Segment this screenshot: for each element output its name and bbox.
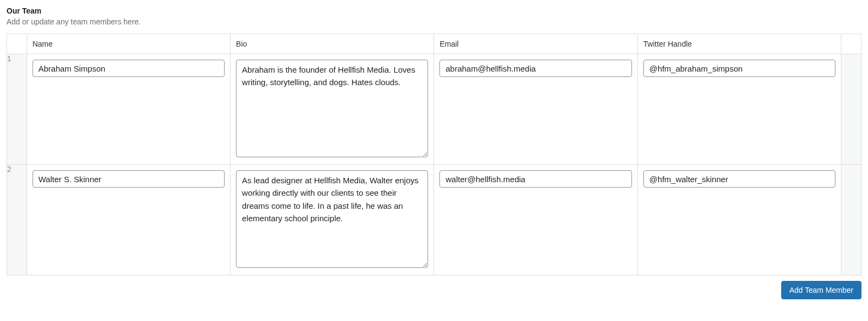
header-email: Email [434,34,637,54]
add-team-member-button[interactable]: Add Team Member [781,281,861,299]
cell-twitter [637,165,841,275]
table-row: 1 [7,54,861,165]
section-title: Our Team [7,7,861,15]
table-row: 2 [7,165,861,275]
header-name: Name [27,34,230,54]
table-header-row: Name Bio Email Twitter Handle [7,34,861,54]
header-bio: Bio [231,34,434,54]
row-number: 2 [7,165,27,275]
cell-bio [231,54,434,165]
team-table: Name Bio Email Twitter Handle 1 2 [7,34,861,275]
email-input[interactable] [439,170,631,188]
bio-input[interactable] [236,170,428,268]
twitter-input[interactable] [643,170,835,188]
bio-input[interactable] [236,60,428,157]
name-input[interactable] [33,60,225,77]
add-row: Add Team Member [7,281,861,299]
cell-email [434,165,637,275]
row-number: 1 [7,54,27,165]
email-input[interactable] [439,60,631,77]
cell-twitter [637,54,841,165]
name-input[interactable] [33,170,225,188]
header-actions [841,34,861,54]
row-actions [841,54,861,165]
header-twitter: Twitter Handle [637,34,841,54]
twitter-input[interactable] [643,60,835,77]
row-actions [841,165,861,275]
cell-name [27,165,230,275]
cell-name [27,54,230,165]
cell-email [434,54,637,165]
header-rownum [7,34,27,54]
cell-bio [231,165,434,275]
section-subtitle: Add or update any team members here. [7,17,861,26]
